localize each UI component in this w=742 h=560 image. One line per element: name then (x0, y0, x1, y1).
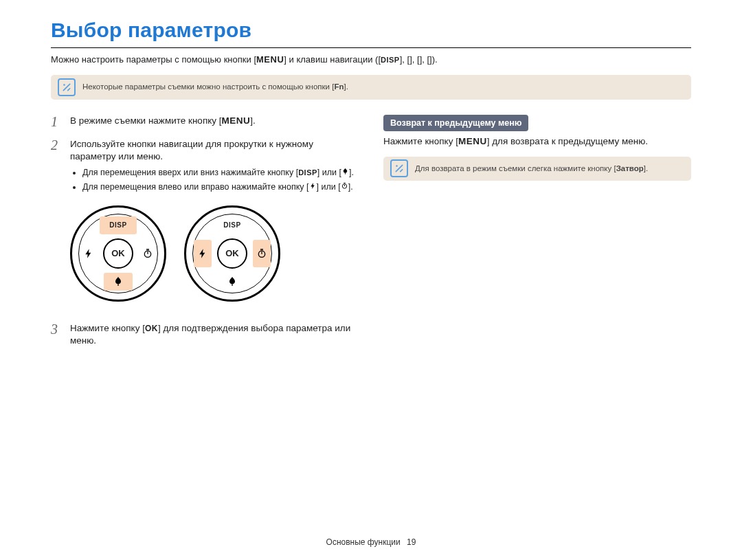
dial-disp-up: DISP (214, 216, 251, 234)
dial-flash-left (194, 240, 212, 267)
timer-icon (341, 181, 348, 193)
step-1: 1 В режиме съемки нажмите кнопку [MENU]. (51, 115, 359, 128)
dial-timer-right (253, 240, 271, 267)
document-page: Выбор параметров Можно настроить парамет… (0, 0, 742, 560)
step-text: Нажмите кнопку [ (70, 323, 145, 333)
section-heading-pill: Возврат к предыдущему меню (383, 115, 528, 132)
return-instruction: Нажмите кнопку [MENU] для возврата к пре… (383, 135, 691, 148)
info-icon (390, 159, 408, 177)
intro-text: Можно настроить параметры с помощью кноп… (51, 54, 256, 65)
fn-glyph: Fn (334, 82, 344, 91)
bullet-text: ]. (348, 182, 353, 192)
text: Нажмите кнопку [ (383, 136, 458, 146)
info-text: Для возврата в режим съемки слегка нажми… (415, 164, 616, 172)
dial-timer-right (139, 240, 157, 267)
step-2: 2 Используйте кнопки навигации для прокр… (51, 138, 359, 196)
page-title: Выбор параметров (51, 16, 691, 45)
title-rule (51, 47, 691, 48)
nav-dial-horizontal: DISP OK (184, 205, 280, 302)
menu-glyph: MENU (256, 54, 284, 66)
dial-flash-left (80, 240, 98, 267)
bullet-item: Для перемещения вверх или вниз нажимайте… (82, 167, 359, 179)
step-number: 3 (51, 322, 63, 347)
nav-dial-vertical: DISP OK (70, 205, 166, 302)
step-body: Нажмите кнопку [OK] для подтверждения вы… (70, 322, 359, 347)
intro-paragraph: Можно настроить параметры с помощью кноп… (51, 54, 691, 66)
bullet-text: ] или [ (317, 168, 341, 177)
content-area: Выбор параметров Можно настроить парамет… (0, 0, 742, 357)
dial-macro-down (218, 273, 247, 291)
intro-text: ], [ (409, 54, 419, 65)
intro-text: ], [ (400, 54, 409, 65)
step-body: Используйте кнопки навигации для прокрут… (70, 138, 359, 196)
info-text: ]. (644, 164, 648, 172)
menu-glyph: MENU (222, 115, 251, 127)
bullet-text: Для перемещения влево или вправо нажимай… (82, 182, 309, 192)
step-text: Используйте кнопки навигации для прокрут… (70, 139, 313, 161)
bullet-item: Для перемещения влево или вправо нажимай… (82, 181, 359, 193)
two-column-layout: 1 В режиме съемки нажмите кнопку [MENU].… (51, 115, 691, 357)
intro-text: ]). (429, 54, 438, 65)
left-column: 1 В режиме съемки нажмите кнопку [MENU].… (51, 115, 359, 357)
nav-dials-illustration: DISP OK DISP OK (70, 205, 359, 302)
intro-text: ], [ (420, 54, 429, 65)
step-text: ]. (250, 115, 256, 126)
intro-text: ] и клавиш навигации ([ (284, 54, 381, 65)
disp-label: DISP (223, 221, 240, 230)
flash-icon (309, 181, 317, 193)
shutter-bold: Затвор (616, 164, 644, 172)
footer-section: Основные функции (326, 537, 401, 547)
bullet-text: Для перемещения вверх или вниз нажимайте… (82, 168, 298, 177)
step-text: В режиме съемки нажмите кнопку [ (70, 115, 222, 126)
info-text: Некоторые параметры съемки можно настрои… (82, 82, 334, 91)
right-column: Возврат к предыдущему меню Нажмите кнопк… (383, 115, 691, 197)
dial-disp-up: DISP (100, 216, 137, 234)
disp-glyph: DISP (298, 168, 317, 178)
page-footer: Основные функции 19 (0, 537, 742, 548)
right-info-box: Для возврата в режим съемки слегка нажми… (383, 157, 691, 181)
macro-icon (341, 167, 349, 179)
step-body: В режиме съемки нажмите кнопку [MENU]. (70, 115, 359, 128)
step-number: 2 (51, 138, 63, 196)
svg-point-5 (396, 166, 398, 168)
info-icon (58, 78, 76, 96)
menu-glyph: MENU (458, 135, 487, 148)
ok-glyph: OK (145, 323, 158, 334)
text: ] для возврата к предыдущему меню. (487, 136, 648, 146)
step-3: 3 Нажмите кнопку [OK] для подтверждения … (51, 322, 359, 347)
disp-label: DISP (109, 221, 126, 230)
dial-ok-button: OK (217, 238, 247, 269)
step-bullets: Для перемещения вверх или вниз нажимайте… (70, 167, 359, 193)
step-number: 1 (51, 115, 63, 128)
top-info-box: Некоторые параметры съемки можно настрои… (51, 75, 691, 100)
dial-ok-button: OK (103, 238, 133, 269)
info-text: ]. (344, 82, 348, 91)
bullet-text: ] или [ (317, 182, 341, 192)
footer-page-number: 19 (407, 537, 416, 547)
bullet-text: ]. (349, 168, 354, 177)
svg-point-1 (63, 84, 65, 86)
dial-macro-down (104, 273, 133, 291)
disp-glyph: DISP (381, 55, 400, 65)
